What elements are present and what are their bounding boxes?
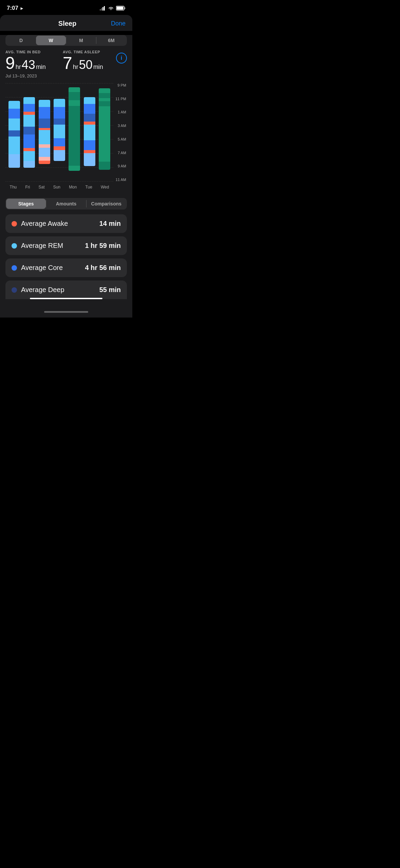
tab-stages[interactable]: Stages <box>6 199 46 209</box>
bar-segment <box>84 125 95 140</box>
stage-name: Average REM <box>21 242 63 250</box>
bar-segment <box>23 148 35 151</box>
status-bar: 7:07 ► <box>0 0 132 14</box>
scroll-indicator <box>30 298 103 299</box>
stage-card[interactable]: Average Awake14 min <box>5 214 127 233</box>
status-time: 7:07 ► <box>7 5 24 12</box>
chart-bar-col[interactable] <box>67 83 82 182</box>
y-axis-label: 9 PM <box>117 83 126 87</box>
time-asleep-hr-unit: hr <box>73 64 78 71</box>
stage-name: Average Awake <box>21 220 68 228</box>
bar-segment <box>69 92 80 100</box>
stage-name: Average Core <box>21 264 63 272</box>
bar-segment <box>54 125 65 139</box>
tab-amounts[interactable]: Amounts <box>46 199 86 209</box>
time-asleep-block: AVG. TIME ASLEEP 7 hr 50 min <box>63 50 116 72</box>
stage-card[interactable]: Average Deep55 min <box>5 281 127 299</box>
bar-segment <box>54 99 65 107</box>
period-week[interactable]: W <box>36 36 66 45</box>
bar-segment <box>84 150 95 153</box>
bar-stack <box>84 97 95 166</box>
time-asleep-min-unit: min <box>93 64 103 71</box>
y-axis-label: 9 AM <box>118 164 126 168</box>
bar-segment <box>8 109 20 119</box>
bar-stack <box>39 100 50 164</box>
period-day[interactable]: D <box>6 36 36 45</box>
bar-segment <box>99 98 110 101</box>
bar-segment <box>23 104 35 112</box>
bar-segment <box>39 144 50 148</box>
svg-rect-0 <box>100 9 101 11</box>
svg-rect-5 <box>117 7 123 10</box>
stage-dot <box>12 265 17 271</box>
tab-comparisons[interactable]: Comparisons <box>87 199 126 209</box>
svg-rect-2 <box>102 7 103 11</box>
bar-segment <box>69 166 80 171</box>
info-button[interactable]: i <box>116 53 127 64</box>
bar-segment <box>23 151 35 161</box>
svg-rect-1 <box>101 8 102 11</box>
stage-left: Average Core <box>12 264 63 272</box>
bar-segment <box>39 119 50 128</box>
bar-segment <box>8 101 20 109</box>
bar-stack <box>54 99 65 161</box>
bar-stack <box>8 101 20 168</box>
stage-name: Average Deep <box>21 286 64 294</box>
bar-segment <box>39 157 50 160</box>
chart-bar-col[interactable] <box>22 83 37 182</box>
signal-icon <box>100 6 106 11</box>
bar-segment <box>84 114 95 122</box>
bar-segment <box>23 127 35 134</box>
x-axis-label: Fri <box>25 185 30 189</box>
y-axis-label: 7 AM <box>118 151 126 155</box>
stage-card[interactable]: Average Core4 hr 56 min <box>5 258 127 277</box>
chart-bar-col[interactable] <box>7 83 22 182</box>
bar-segment <box>23 134 35 148</box>
y-axis-label: 3 AM <box>118 124 126 128</box>
chart-bar-col[interactable] <box>82 83 97 182</box>
y-axis-label: 1 AM <box>118 110 126 114</box>
bar-segment <box>39 161 50 164</box>
sleep-chart: ThuFriSatSunMonTueWed 9 PM11 PM1 AM3 AM5… <box>5 83 127 192</box>
bar-segment <box>23 97 35 104</box>
bar-stack <box>99 88 110 170</box>
chart-x-labels: ThuFriSatSunMonTueWed <box>5 182 113 192</box>
bar-segment <box>84 153 95 166</box>
bar-segment <box>84 122 95 125</box>
home-bar <box>44 311 88 313</box>
bar-segment <box>69 100 80 106</box>
bar-segment <box>84 140 95 150</box>
period-month[interactable]: M <box>66 36 96 45</box>
bar-segment <box>54 146 65 150</box>
main-content: D W M 6M AVG. TIME IN BED 9 hr 43 min Ju… <box>0 35 132 306</box>
chart-bar-col[interactable] <box>37 83 52 182</box>
period-6month[interactable]: 6M <box>96 36 126 45</box>
location-icon: ► <box>20 6 24 11</box>
bar-segment <box>23 161 35 168</box>
done-button[interactable]: Done <box>111 20 126 27</box>
nav-header: Sleep Done <box>0 15 132 31</box>
bar-segment <box>8 154 20 168</box>
stage-card[interactable]: Average REM1 hr 59 min <box>5 236 127 255</box>
x-axis-label: Wed <box>101 185 109 189</box>
time-display: 7:07 <box>7 5 18 12</box>
bar-segment <box>69 106 80 166</box>
chart-bar-col[interactable] <box>52 83 67 182</box>
bar-segment <box>54 150 65 161</box>
stage-dot <box>12 221 17 227</box>
bar-segment <box>69 87 80 92</box>
bar-segment <box>23 115 35 127</box>
home-indicator <box>0 306 132 318</box>
svg-rect-3 <box>104 6 105 11</box>
time-in-bed-min-unit: min <box>36 64 46 71</box>
bar-segment <box>39 100 50 107</box>
time-in-bed-value: 9 hr 43 min <box>5 55 59 72</box>
date-range: Jul 13–19, 2023 <box>5 73 59 78</box>
x-axis-label: Sun <box>53 185 60 189</box>
bar-segment <box>99 106 110 162</box>
chart-area: ThuFriSatSunMonTueWed 9 PM11 PM1 AM3 AM5… <box>5 83 127 192</box>
bar-segment <box>99 162 110 170</box>
chart-bar-col[interactable] <box>97 83 112 182</box>
bar-segment <box>39 148 50 157</box>
bar-segment <box>39 107 50 119</box>
